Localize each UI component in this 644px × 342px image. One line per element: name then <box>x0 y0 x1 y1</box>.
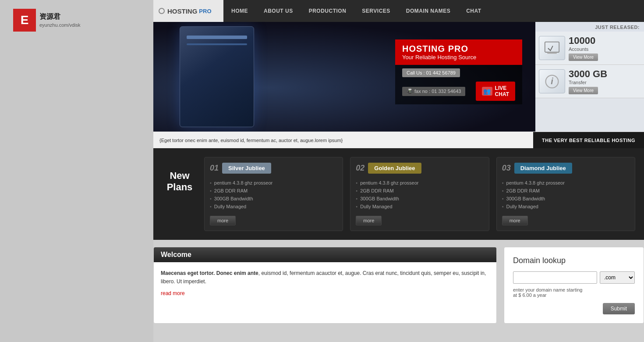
logo-brand: 资源君 <box>39 12 81 21</box>
fax-text: fax no : 01 332 54643 <box>414 89 461 94</box>
info-icon: i <box>544 74 560 89</box>
call-button[interactable]: Call Us : 01 442 56789 <box>402 68 460 77</box>
hero-panel: HOSTING PRO Your Reliable Hosting Source… <box>395 39 522 104</box>
welcome-header: Welcome <box>154 247 496 262</box>
diamond-plan-card: 03 Diamond Jubliee pentium 4.3.8 ghz pro… <box>496 157 635 231</box>
top-content-row: HOSTING PRO Your Reliable Hosting Source… <box>153 22 644 132</box>
nav-domain-names[interactable]: DOMAIN NAMES <box>398 0 458 22</box>
read-more-link[interactable]: read more <box>161 290 185 296</box>
transfer-icon: i <box>539 69 565 93</box>
welcome-text: Maecenas eget tortor. Donec enim ante, e… <box>161 269 489 286</box>
svg-text:i: i <box>551 76 553 86</box>
accounts-label: Accounts <box>569 46 640 52</box>
silver-plan-features: pentium 4.3.8 ghz prosseor 2GB DDR RAM 3… <box>210 179 337 210</box>
diamond-feature-4: Dully Managed <box>502 203 630 210</box>
diamond-feature-1: pentium 4.3.8 ghz prosseor <box>502 179 630 187</box>
silver-feature-4: Dully Managed <box>210 203 337 210</box>
logo-text: 资源君 eyunzhu.com/vdisk <box>39 12 81 28</box>
hero-actions: Call Us : 01 442 56789 📠 fax no : 01 332… <box>395 65 522 104</box>
golden-feature-1: pentium 4.3.8 ghz prosseor <box>356 179 483 187</box>
domain-title: Domain lookup <box>513 256 635 265</box>
transfer-info: 3000 GB Transfer View More <box>569 68 640 94</box>
domain-hint: enter your domain name starting at $ 6.0… <box>513 287 635 298</box>
nav-brand: HOSTING PRO <box>153 0 223 22</box>
fax-button: 📠 fax no : 01 332 54643 <box>402 87 465 96</box>
diamond-feature-2: 2GB DDR RAM <box>502 187 630 195</box>
nav-icon <box>159 8 165 14</box>
plans-text: Plans <box>162 182 197 193</box>
diamond-plan-button[interactable]: Diamond Jubliee <box>514 163 572 174</box>
diamond-plan-header: 03 Diamond Jubliee <box>502 163 630 174</box>
silver-feature-2: 2GB DDR RAM <box>210 187 337 195</box>
live-chat-text: LIVECHAT <box>495 85 509 97</box>
diamond-plan-number: 03 <box>502 164 511 173</box>
golden-feature-3: 300GB Bandwidth <box>356 195 483 203</box>
just-released-label: JUST RELEASED: <box>535 22 644 32</box>
nav-hosting-text: HOSTING <box>167 7 197 15</box>
navigation: HOSTING PRO HOME ABOUT US PRODUCTION SER… <box>153 0 644 22</box>
banner: {Eget tortor onec enim ante, euismod id,… <box>153 132 644 148</box>
transfer-panel: i 3000 GB Transfer View More <box>535 65 644 98</box>
accounts-icon <box>539 36 565 60</box>
server-image <box>180 26 254 127</box>
golden-feature-4: Dully Managed <box>356 203 483 210</box>
golden-more-button[interactable]: more <box>356 216 382 225</box>
welcome-box: Welcome Maecenas eget tortor. Donec enim… <box>153 247 497 324</box>
diamond-more-button[interactable]: more <box>502 216 528 225</box>
accounts-view-more[interactable]: View More <box>569 53 598 61</box>
logo-letter: E <box>21 13 29 27</box>
bottom-section: Welcome Maecenas eget tortor. Donec enim… <box>153 240 644 331</box>
right-panels: JUST RELEASED: 10000 Accounts <box>535 22 644 132</box>
diamond-plan-features: pentium 4.3.8 ghz prosseor 2GB DDR RAM 3… <box>502 179 630 210</box>
banner-text: {Eget tortor onec enim ante, euismod id,… <box>153 132 533 148</box>
hero-title-box: HOSTING PRO Your Reliable Hosting Source <box>395 39 522 65</box>
nav-about[interactable]: ABOUT US <box>256 0 301 22</box>
logo-url: eyunzhu.com/vdisk <box>39 22 81 28</box>
plans-label: New Plans <box>162 157 197 193</box>
logo-icon: E <box>13 9 36 32</box>
hero-subtitle: Your Reliable Hosting Source <box>402 54 515 61</box>
silver-more-button[interactable]: more <box>210 216 236 225</box>
fax-icon: 📠 <box>407 89 413 94</box>
live-chat-button[interactable]: 👥 LIVECHAT <box>476 82 515 101</box>
hero-title: HOSTING PRO <box>402 44 515 54</box>
nav-chat[interactable]: CHAT <box>458 0 489 22</box>
nav-services[interactable]: SERVICES <box>354 0 398 22</box>
hero-banner: HOSTING PRO Your Reliable Hosting Source… <box>153 22 535 132</box>
banner-promo: THE VERY BEST RELIABLE HOSTING <box>533 132 644 148</box>
accounts-number: 10000 <box>569 35 640 46</box>
logo-area: E 资源君 eyunzhu.com/vdisk <box>13 9 81 32</box>
cursor-icon <box>544 40 560 56</box>
silver-feature-3: 300GB Bandwidth <box>210 195 337 203</box>
domain-input[interactable] <box>513 271 597 284</box>
golden-plan-header: 02 Golden Jubliee <box>356 163 483 174</box>
silver-plan-card: 01 Silver Jubliee pentium 4.3.8 ghz pros… <box>204 157 343 231</box>
domain-extension-select[interactable]: .com .net .org .info <box>600 271 635 284</box>
silver-plan-button[interactable]: Silver Jubliee <box>222 163 271 174</box>
accounts-panel: 10000 Accounts View More <box>535 32 644 65</box>
welcome-content: Maecenas eget tortor. Donec enim ante, e… <box>154 262 496 303</box>
domain-lookup-box: Domain lookup .com .net .org .info enter… <box>504 247 644 324</box>
domain-form: .com .net .org .info <box>513 271 635 284</box>
golden-plan-number: 02 <box>356 164 364 173</box>
plans-section: New Plans 01 Silver Jubliee pentium 4.3.… <box>153 148 644 240</box>
nav-home[interactable]: HOME <box>223 0 256 22</box>
nav-production[interactable]: PRODUCTION <box>301 0 354 22</box>
silver-plan-number: 01 <box>210 164 219 173</box>
golden-plan-features: pentium 4.3.8 ghz prosseor 2GB DDR RAM 3… <box>356 179 483 210</box>
golden-plan-card: 02 Golden Jubliee pentium 4.3.8 ghz pros… <box>350 157 489 231</box>
transfer-view-more[interactable]: View More <box>569 87 598 94</box>
chat-icon: 👥 <box>482 87 492 96</box>
transfer-label: Transfer <box>569 80 640 85</box>
silver-feature-1: pentium 4.3.8 ghz prosseor <box>210 179 337 187</box>
transfer-number: 3000 GB <box>569 68 640 80</box>
golden-feature-2: 2GB DDR RAM <box>356 187 483 195</box>
svg-rect-1 <box>547 52 557 54</box>
plans-new-text: New <box>162 170 197 182</box>
accounts-info: 10000 Accounts View More <box>569 35 640 61</box>
golden-plan-button[interactable]: Golden Jubliee <box>368 163 421 174</box>
nav-pro-text: PRO <box>199 8 211 14</box>
domain-submit-button[interactable]: Submit <box>603 303 635 314</box>
welcome-bold: Maecenas eget tortor. Donec enim ante <box>161 270 258 276</box>
diamond-feature-3: 300GB Bandwidth <box>502 195 630 203</box>
